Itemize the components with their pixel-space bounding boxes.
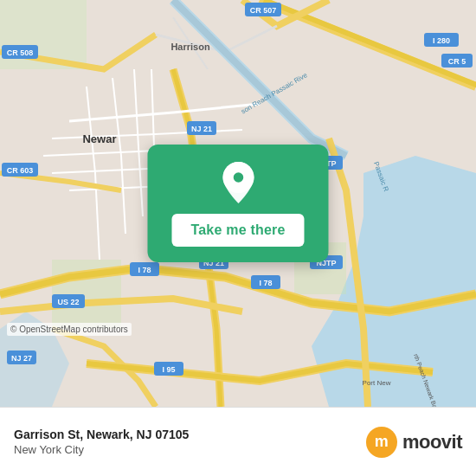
bottom-bar: Garrison St, Newark, NJ 07105 New York C… xyxy=(0,407,476,476)
location-pin-icon xyxy=(219,160,257,205)
moovit-logo: m moovit xyxy=(366,427,462,458)
svg-text:NJ 27: NJ 27 xyxy=(11,354,32,363)
svg-text:CR 603: CR 603 xyxy=(7,166,34,175)
svg-text:US 22: US 22 xyxy=(57,298,79,306)
svg-text:I 95: I 95 xyxy=(162,365,175,374)
map-container: CR 507 I 280 CR 508 CR 5 Harrison Newar … xyxy=(0,0,476,407)
take-me-there-button[interactable]: Take me there xyxy=(171,214,304,247)
svg-text:Harrison: Harrison xyxy=(170,42,210,52)
svg-text:Port New: Port New xyxy=(363,379,391,387)
address-block: Garrison St, Newark, NJ 07105 New York C… xyxy=(14,428,189,456)
moovit-brand-text: moovit xyxy=(402,431,462,453)
svg-text:CR 5: CR 5 xyxy=(448,57,466,66)
svg-text:CR 508: CR 508 xyxy=(7,48,34,57)
svg-text:CR 507: CR 507 xyxy=(250,6,277,15)
action-card: Take me there xyxy=(147,145,328,262)
address-line1: Garrison St, Newark, NJ 07105 xyxy=(14,428,189,441)
svg-point-41 xyxy=(232,171,244,183)
copyright-text: © OpenStreetMap contributors xyxy=(7,323,132,336)
svg-text:NJ 21: NJ 21 xyxy=(191,125,212,133)
svg-text:I 78: I 78 xyxy=(259,279,272,287)
svg-text:I 280: I 280 xyxy=(433,36,450,45)
svg-text:Newar: Newar xyxy=(82,132,116,145)
moovit-icon: m xyxy=(366,427,397,458)
address-line2: New York City xyxy=(14,443,189,456)
svg-text:I 78: I 78 xyxy=(138,266,151,274)
